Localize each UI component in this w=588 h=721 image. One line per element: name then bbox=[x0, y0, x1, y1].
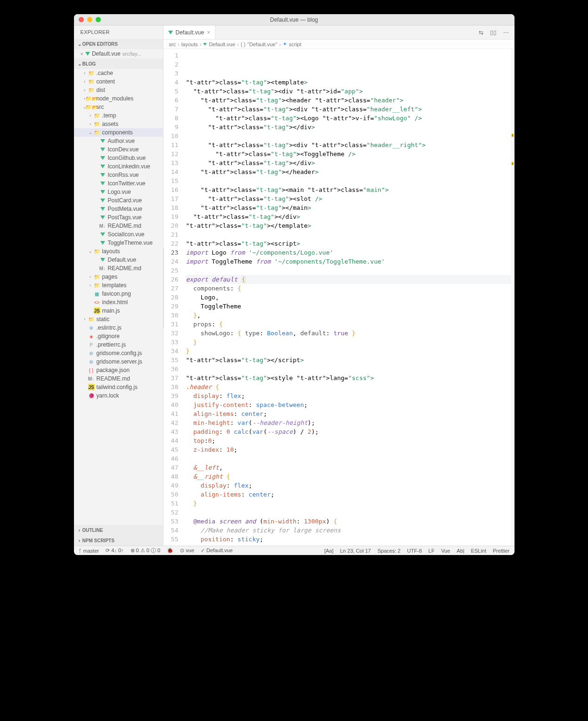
file-tree: ›.cache›content›dist›📂node_modules⌄📂src›… bbox=[74, 69, 163, 525]
tree-item[interactable]: PostTags.vue bbox=[74, 213, 163, 222]
minimize-window-button[interactable] bbox=[87, 17, 92, 22]
tree-item[interactable]: ›📂node_modules bbox=[74, 94, 163, 103]
explorer-title: EXPLORER bbox=[74, 25, 163, 39]
tree-item[interactable]: ›static bbox=[74, 315, 163, 323]
git-branch[interactable]: ᚶ master bbox=[79, 548, 99, 554]
file-check[interactable]: ✓ Default.vue bbox=[201, 547, 233, 554]
tree-item[interactable]: PostCard.vue bbox=[74, 196, 163, 205]
case-toggle[interactable]: [Aa] bbox=[324, 548, 334, 554]
outline-header[interactable]: › OUTLINE bbox=[74, 525, 163, 535]
tree-item[interactable]: ⚙gridsome.server.js bbox=[74, 357, 163, 366]
split-editor-icon[interactable]: ▯▯ bbox=[490, 29, 497, 36]
tree-item[interactable]: M↓README.md bbox=[74, 222, 163, 230]
tree-item[interactable]: ›pages bbox=[74, 273, 163, 281]
tree-item[interactable]: ⌄layouts bbox=[74, 247, 163, 256]
open-editors-header[interactable]: ⌄ OPEN EDITORS bbox=[74, 39, 163, 49]
chevron-down-icon: ⌄ bbox=[77, 61, 82, 66]
tree-item[interactable]: ›.cache bbox=[74, 69, 163, 77]
vue-icon bbox=[85, 52, 90, 56]
debug-icon[interactable]: 🐞 bbox=[167, 547, 173, 554]
tree-item[interactable]: M↓README.md bbox=[74, 264, 163, 273]
tree-item[interactable]: ⌄📂src bbox=[74, 103, 163, 111]
breadcrumb[interactable]: src› layouts› Default.vue› { } "Default.… bbox=[163, 40, 514, 49]
language-mode[interactable]: Vue bbox=[441, 548, 450, 554]
vscode-window: Default.vue — blog EXPLORER ⌄ OPEN EDITO… bbox=[74, 14, 514, 555]
chevron-right-icon: › bbox=[77, 528, 82, 533]
tree-item[interactable]: IconDev.vue bbox=[74, 145, 163, 154]
tree-item[interactable]: P.prettierrc.js bbox=[74, 340, 163, 349]
git-sync[interactable]: ⟳ 4↓ 0↑ bbox=[106, 547, 123, 554]
problems[interactable]: ⊗ 0 ⚠ 0 ⓘ 0 bbox=[131, 547, 161, 554]
tree-item[interactable]: ⚙.eslintrc.js bbox=[74, 323, 163, 332]
tree-item[interactable]: ToggleTheme.vue bbox=[74, 239, 163, 247]
vue-icon bbox=[168, 31, 173, 34]
tree-item[interactable]: ▦favicon.png bbox=[74, 290, 163, 298]
tree-item[interactable]: ◈.gitignore bbox=[74, 332, 163, 340]
tree-item[interactable]: ›.temp bbox=[74, 111, 163, 120]
vue-icon bbox=[203, 43, 207, 46]
close-icon[interactable]: × bbox=[207, 29, 210, 36]
window-title: Default.vue — blog bbox=[74, 17, 514, 23]
indent-setting[interactable]: Spaces: 2 bbox=[377, 548, 400, 554]
tree-item[interactable]: IconTwitter.vue bbox=[74, 179, 163, 188]
tree-item[interactable]: JStailwind.config.js bbox=[74, 383, 163, 391]
spell-check[interactable]: Ab| bbox=[457, 548, 464, 554]
tree-item[interactable]: ⌄components bbox=[74, 128, 163, 137]
npm-scripts-header[interactable]: › NPM SCRIPTS bbox=[74, 535, 163, 546]
explorer-sidebar: EXPLORER ⌄ OPEN EDITORS × Default.vue sr… bbox=[74, 25, 163, 546]
prettier-status[interactable]: Prettier bbox=[493, 548, 509, 554]
tree-item[interactable]: JSmain.js bbox=[74, 307, 163, 315]
tree-item[interactable]: ›content bbox=[74, 77, 163, 86]
eslint-status[interactable]: ESLint bbox=[471, 548, 486, 554]
tree-item[interactable]: IconLinkedin.vue bbox=[74, 162, 163, 171]
tree-item[interactable]: ›dist bbox=[74, 86, 163, 94]
tabs-row: Default.vue × ⇆ ▯▯ ⋯ bbox=[163, 25, 514, 40]
encoding[interactable]: UTF-8 bbox=[407, 548, 422, 554]
tree-item[interactable]: M↓README.md bbox=[74, 374, 163, 383]
zoom-window-button[interactable] bbox=[96, 17, 101, 22]
tree-item[interactable]: PostMeta.vue bbox=[74, 205, 163, 213]
chevron-right-icon: › bbox=[77, 538, 82, 543]
tree-item[interactable]: 🧶yarn.lock bbox=[74, 391, 163, 400]
minimap[interactable] bbox=[511, 49, 514, 546]
chevron-down-icon: ⌄ bbox=[77, 41, 82, 47]
tab-actions: ⇆ ▯▯ ⋯ bbox=[473, 25, 514, 39]
open-editor-item[interactable]: × Default.vue src/lay... bbox=[74, 49, 163, 58]
close-icon[interactable]: × bbox=[81, 51, 83, 57]
tree-item[interactable]: Logo.vue bbox=[74, 188, 163, 196]
tree-item[interactable]: Author.vue bbox=[74, 137, 163, 145]
traffic-lights bbox=[79, 17, 101, 22]
tree-item[interactable]: IconRss.vue bbox=[74, 171, 163, 179]
more-icon[interactable]: ⋯ bbox=[503, 29, 509, 36]
line-gutter: 1234567891011121314151617181920212223242… bbox=[163, 49, 183, 546]
statusbar: ᚶ master ⟳ 4↓ 0↑ ⊗ 0 ⚠ 0 ⓘ 0 🐞 ⊙ vue ✓ D… bbox=[74, 546, 514, 555]
cursor-position[interactable]: Ln 23, Col 17 bbox=[340, 548, 371, 554]
editor-area: Default.vue × ⇆ ▯▯ ⋯ src› layouts› Defau… bbox=[163, 25, 514, 546]
tree-item[interactable]: { }package.json bbox=[74, 366, 163, 374]
tree-item[interactable]: <>index.html bbox=[74, 298, 163, 307]
lang-server[interactable]: ⊙ vue bbox=[180, 547, 194, 554]
tree-item[interactable]: ⚙gridsome.config.js bbox=[74, 349, 163, 357]
eol[interactable]: LF bbox=[428, 548, 434, 554]
close-window-button[interactable] bbox=[79, 17, 84, 22]
titlebar: Default.vue — blog bbox=[74, 14, 514, 25]
compare-icon[interactable]: ⇆ bbox=[479, 29, 483, 36]
tree-item[interactable]: IconGithub.vue bbox=[74, 154, 163, 162]
project-header[interactable]: ⌄ BLOG bbox=[74, 58, 163, 69]
tree-item[interactable]: ›templates bbox=[74, 281, 163, 290]
tree-item[interactable]: ›assets bbox=[74, 120, 163, 128]
code-content[interactable]: "t-attr">class="t-tag"><template> "t-att… bbox=[183, 49, 514, 546]
code-editor[interactable]: 1234567891011121314151617181920212223242… bbox=[163, 49, 514, 546]
tree-item[interactable]: Default.vue bbox=[74, 256, 163, 264]
tree-item[interactable]: SocialIcon.vue bbox=[74, 230, 163, 239]
tab-default-vue[interactable]: Default.vue × bbox=[163, 25, 216, 39]
